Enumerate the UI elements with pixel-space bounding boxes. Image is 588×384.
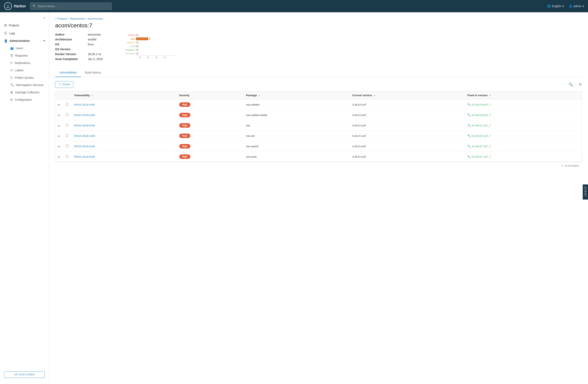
- sidebar-collapse-button[interactable]: «: [0, 14, 49, 21]
- expand-cell[interactable]: ▶: [55, 131, 63, 141]
- sidebar-item-configuration[interactable]: ⚙ Configuration: [4, 96, 49, 103]
- row-checkbox[interactable]: [66, 124, 68, 127]
- sidebar-item-label: Projects: [9, 24, 19, 27]
- col-package[interactable]: Package ▼: [243, 91, 349, 100]
- docker-version-label: Docker Version: [55, 52, 88, 56]
- package-name: nss-util: [246, 134, 254, 137]
- sidebar-item-label: Labels: [15, 69, 23, 72]
- fixed-version-link[interactable]: 0:3.44.0-7.el7_7: [472, 124, 491, 127]
- projects-icon: ⊞: [4, 23, 7, 27]
- checkbox-cell[interactable]: [63, 100, 71, 110]
- chart-row-critical: Critical 0: [121, 34, 177, 37]
- checkbox-cell[interactable]: [63, 131, 71, 141]
- checkbox-cell[interactable]: [63, 120, 71, 131]
- os-value: linux: [88, 43, 94, 46]
- vulnerability-cell: RHSA-2019:4190: [71, 141, 176, 151]
- expand-icon[interactable]: ▶: [58, 155, 60, 158]
- event-tab[interactable]: EVENT: [583, 184, 588, 200]
- col-severity-label: Severity: [179, 94, 190, 97]
- fixed-version-link[interactable]: 0:3.44.0-7.el7_7: [472, 155, 491, 158]
- expand-cell[interactable]: ▶: [55, 100, 63, 110]
- chart-bar: [136, 45, 136, 48]
- sidebar-item-users[interactable]: 👥 Users: [4, 44, 49, 52]
- fixed-version-link[interactable]: 0:3.44.0-8.el7_7: [472, 114, 491, 117]
- chart-row-unknown: Unknown 0: [121, 52, 177, 55]
- col-fixed-version-label: Fixed in version: [467, 94, 487, 97]
- language-selector[interactable]: 🌐 English ▾: [547, 4, 564, 8]
- chart-count: 0: [137, 49, 138, 51]
- expand-icon[interactable]: ▶: [58, 103, 60, 106]
- current-version-cell: 3.44.0-5.el7: [349, 110, 464, 120]
- chart-label: Negligible: [121, 49, 135, 51]
- expand-cell[interactable]: ▶: [55, 110, 63, 120]
- api-explorer-button[interactable]: API EXPLORER: [4, 371, 45, 378]
- table-body: ▶ RHSA-2019:4190 High nss-softokn 3.44.0…: [55, 100, 582, 162]
- sidebar-item-projects[interactable]: ⊞ Projects: [0, 21, 49, 29]
- sidebar-item-project-quotas[interactable]: ⊡ Project Quotas: [4, 74, 49, 81]
- row-checkbox[interactable]: [66, 113, 68, 116]
- os-version-label: OS Version: [55, 48, 88, 51]
- col-current-version[interactable]: Current version ▼: [349, 91, 464, 100]
- sidebar-item-labels[interactable]: 🏷 Labels: [4, 66, 49, 74]
- severity-badge: High: [179, 134, 190, 138]
- col-current-version-label: Current version: [352, 94, 372, 97]
- fixed-version: 🔧0:3.44.0-7.el7_7: [467, 124, 579, 127]
- sidebar-item-interrogation-services[interactable]: 🔍 Interrogation Services: [4, 81, 49, 89]
- fixed-version-link[interactable]: 0:3.44.0-7.el7_7: [472, 145, 491, 148]
- vulnerability-link[interactable]: RHSA-2019:4190: [74, 145, 95, 148]
- package-cell: nss: [243, 120, 349, 131]
- chart-bar: [136, 48, 136, 51]
- row-checkbox[interactable]: [66, 155, 68, 158]
- expand-cell[interactable]: ▶: [55, 151, 63, 162]
- table-pagination: 1 - 6 of 6 Items: [55, 162, 582, 169]
- vulnerability-link[interactable]: RHSA-2019:4190: [74, 124, 95, 127]
- tab-vulnerabilities[interactable]: Vulnerabilities: [55, 68, 81, 77]
- sidebar-item-garbage-collection[interactable]: 🗑 Garbage Collection: [4, 89, 49, 96]
- current-version-cell: 3.44.0-3.el7: [349, 131, 464, 141]
- severity-cell: High: [176, 120, 243, 131]
- col-fixed-version[interactable]: Fixed in version ▼: [464, 91, 582, 100]
- app-logo[interactable]: ⚓ Harbor: [4, 2, 26, 10]
- info-row-architecture: Architecture amd64: [55, 38, 112, 41]
- tab-build-history[interactable]: Build History: [81, 68, 105, 77]
- fixed-version-link[interactable]: 0:3.44.0-4.el7_7: [472, 134, 491, 137]
- col-vulnerability[interactable]: Vulnerability ▼: [71, 91, 176, 100]
- vulnerability-link[interactable]: RHSA-2019:4190: [74, 134, 95, 137]
- expand-icon[interactable]: ▶: [58, 114, 60, 117]
- vulnerability-chart: Critical 0 High 6 Medium 0 Low 0: [121, 33, 177, 62]
- checkbox-cell[interactable]: [63, 110, 71, 120]
- severity-cell: High: [176, 141, 243, 151]
- users-icon: 👥: [10, 46, 14, 50]
- vulnerability-link[interactable]: RHSA-2019:4190: [74, 155, 95, 158]
- expand-cell[interactable]: ▶: [55, 120, 63, 131]
- sidebar-item-registries[interactable]: 🗄 Registries: [4, 52, 49, 59]
- chevron-down-icon: ▾: [563, 4, 564, 8]
- row-checkbox[interactable]: [66, 134, 68, 137]
- expand-icon[interactable]: ▶: [58, 124, 60, 127]
- search-bar[interactable]: 🔍 Search Harbor...: [30, 2, 112, 10]
- breadcrumb-image[interactable]: < acom/centos: [85, 17, 103, 20]
- sidebar-item-logs[interactable]: ☰ Logs: [0, 29, 49, 37]
- checkbox-cell[interactable]: [63, 151, 71, 162]
- refresh-button[interactable]: ↻: [579, 82, 582, 87]
- sidebar-item-replications[interactable]: ↻ Replications: [4, 59, 49, 66]
- chart-bar: [136, 34, 136, 37]
- user-menu[interactable]: 👤 admin ▾: [569, 4, 584, 8]
- vulnerability-link[interactable]: RHSA-2019:4190: [74, 103, 95, 106]
- sidebar-item-label: Users: [16, 46, 23, 50]
- vulnerability-link[interactable]: RHSA-2019:4190: [74, 114, 95, 117]
- breadcrumb-projects[interactable]: < Projects: [55, 17, 67, 20]
- checkbox-cell[interactable]: [63, 141, 71, 151]
- expand-cell[interactable]: ▶: [55, 141, 63, 151]
- row-checkbox[interactable]: [66, 103, 68, 106]
- breadcrumb[interactable]: < Projects < Repositories < acom/centos: [55, 17, 582, 20]
- row-checkbox[interactable]: [66, 145, 68, 147]
- scan-button[interactable]: 🛡 SCAN: [55, 81, 73, 88]
- expand-icon[interactable]: ▶: [58, 135, 60, 137]
- expand-icon[interactable]: ▶: [58, 145, 60, 148]
- sidebar-item-administration[interactable]: 👤 Administration ▾: [0, 37, 49, 44]
- breadcrumb-repositories[interactable]: < Repositories: [68, 17, 85, 20]
- fixed-version-link[interactable]: 0:3.44.0-8.el7_7: [472, 103, 491, 106]
- package-name: nss-sysinit: [246, 145, 258, 148]
- search-button[interactable]: 🔍: [568, 82, 573, 87]
